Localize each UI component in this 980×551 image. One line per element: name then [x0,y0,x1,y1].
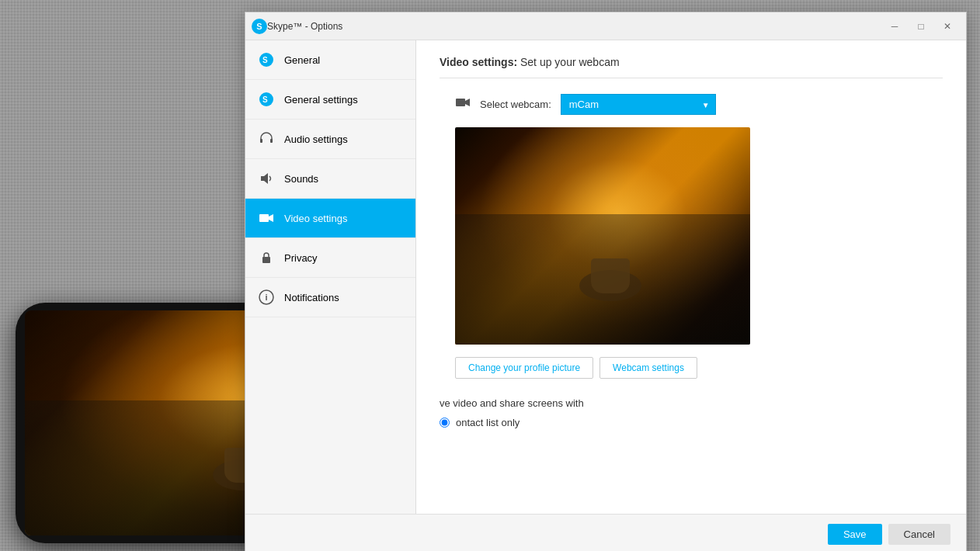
sidebar-item-general-settings-label: General settings [284,94,358,106]
panel-header: Video settings: Set up your webcam [440,56,943,78]
webcam-select-wrapper[interactable]: mCam Default webcam No webcam [561,94,716,115]
bottom-bar: Save Cancel [245,514,966,551]
svg-rect-12 [456,99,465,106]
share-section-text: ve video and share screens with [440,397,943,409]
sidebar-item-privacy[interactable]: Privacy [245,238,415,278]
lock-icon [258,249,275,266]
svg-rect-4 [260,139,262,143]
sidebar-item-audio-settings[interactable]: Audio settings [245,120,415,159]
webcam-select-row: Select webcam: mCam Default webcam No we… [455,94,943,115]
panel-header-bold: Video settings: [440,56,517,68]
app-content: S General S General settings [245,40,966,514]
sidebar-item-notifications[interactable]: i Notifications [245,278,415,317]
radio-contact-list-input[interactable] [440,418,450,428]
radio-contact-list-label: ontact list only [456,417,520,428]
sidebar: S General S General settings [245,40,416,514]
sidebar-item-video-settings[interactable]: Video settings [245,199,415,238]
sidebar-item-notifications-label: Notifications [284,292,339,303]
svg-text:S: S [262,95,268,104]
title-bar: S Skype™ - Options ─ □ ✕ [245,12,966,40]
skype-circle-icon: S [258,51,275,68]
title-bar-controls: ─ □ ✕ [882,17,960,36]
sidebar-item-audio-label: Audio settings [284,133,348,145]
svg-marker-8 [269,214,273,222]
cancel-button[interactable]: Cancel [888,524,950,545]
webcam-label: Select webcam: [480,99,551,110]
sidebar-item-video-label: Video settings [284,213,347,224]
radio-contact-list[interactable]: ontact list only [440,417,943,428]
change-profile-picture-button[interactable]: Change your profile picture [455,357,593,379]
svg-text:S: S [262,56,268,64]
panel-header-rest: Set up your webcam [520,56,620,68]
sidebar-item-general-settings[interactable]: S General settings [245,80,415,120]
main-panel: Video settings: Set up your webcam Selec… [416,40,966,514]
save-button[interactable]: Save [828,524,882,545]
headset-icon [258,130,275,147]
svg-marker-6 [261,173,268,184]
svg-rect-5 [270,139,273,143]
sidebar-item-sounds-label: Sounds [284,173,318,185]
sidebar-item-general-label: General [284,54,320,66]
window-title: Skype™ - Options [267,21,882,32]
sidebar-item-sounds[interactable]: Sounds [245,159,415,199]
info-icon: i [258,289,275,306]
sidebar-item-privacy-label: Privacy [284,252,318,264]
minimize-button[interactable]: ─ [882,17,907,36]
webcam-select[interactable]: mCam Default webcam No webcam [561,94,716,115]
skype-circle-2-icon: S [258,91,275,108]
svg-text:i: i [266,293,268,302]
skype-logo-icon: S [252,19,267,34]
buttons-row: Change your profile picture Webcam setti… [455,357,943,379]
webcam-icon [455,95,471,114]
share-label: ve video and share screens with [440,397,584,409]
svg-rect-9 [262,257,270,263]
video-camera-icon [258,210,275,227]
svg-marker-13 [465,99,470,106]
webcam-settings-button[interactable]: Webcam settings [599,357,697,379]
video-preview [455,127,750,345]
maximize-button[interactable]: □ [909,17,933,36]
speaker-icon [258,170,275,187]
svg-rect-7 [259,214,269,222]
app-window: S Skype™ - Options ─ □ ✕ S General [245,12,967,551]
close-button[interactable]: ✕ [935,17,960,36]
sidebar-item-general[interactable]: S General [245,40,415,80]
